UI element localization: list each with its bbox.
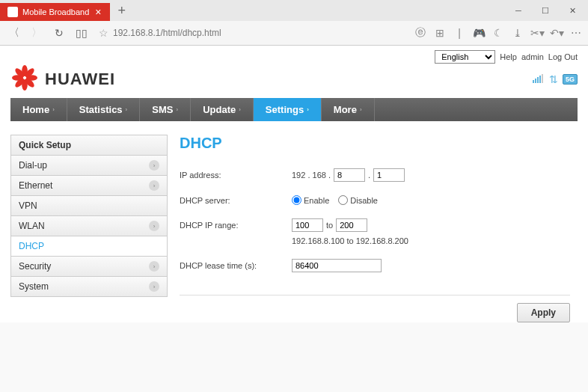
more-icon[interactable]: ⋯ [569, 25, 584, 40]
history-icon[interactable]: ↶▾ [549, 25, 564, 40]
maximize-button[interactable]: ☐ [533, 2, 558, 19]
sidebar-item-ethernet[interactable]: Ethernet› [10, 176, 168, 196]
sidebar-item-dialup[interactable]: Dial-up› [10, 156, 168, 176]
chevron-right-icon: › [149, 160, 159, 171]
ip-octet3-input[interactable] [334, 168, 365, 182]
reader-icon[interactable]: ▯▯ [72, 23, 91, 43]
ip-prefix: 192 . 168 . [292, 171, 331, 180]
url-text: 192.168.8.1/html/dhcp.html [113, 28, 221, 38]
language-select[interactable]: English [435, 50, 495, 64]
nav-update[interactable]: Update› [191, 98, 254, 121]
svg-rect-8 [533, 80, 534, 83]
apply-button[interactable]: Apply [517, 303, 570, 322]
lease-time-label: DHCP lease time (s): [180, 261, 292, 270]
gamepad-icon[interactable]: 🎮 [471, 25, 486, 40]
tab-favicon-icon [7, 7, 18, 17]
enable-radio[interactable]: Enable [292, 195, 329, 205]
new-tab-button[interactable]: + [110, 3, 133, 19]
close-window-button[interactable]: ✕ [560, 2, 585, 19]
nav-more[interactable]: More› [322, 98, 375, 121]
svg-rect-12 [542, 74, 543, 83]
ip-octet4-input[interactable] [373, 168, 405, 182]
tab-title: Mobile Broadband [22, 7, 89, 16]
back-button[interactable]: 〈 [4, 23, 24, 43]
dhcp-server-label: DHCP server: [180, 196, 292, 205]
data-transfer-icon: ⇅ [549, 73, 558, 85]
nav-sms[interactable]: SMS› [140, 98, 191, 121]
main-panel: DHCP IP address: 192 . 168 . . DHCP serv… [180, 135, 578, 322]
sidebar-item-dhcp[interactable]: DHCP [10, 236, 168, 257]
network-badge-icon: 5G [563, 74, 578, 85]
browser-nav-bar: 〈 〉 ↻ ▯▯ ☆ 192.168.8.1/html/dhcp.html ⓔ … [0, 21, 588, 45]
huawei-flower-icon [10, 65, 39, 94]
svg-rect-10 [537, 77, 539, 83]
lease-time-input[interactable] [292, 259, 382, 272]
range-start-input[interactable] [292, 218, 323, 232]
page-title: DHCP [180, 135, 570, 152]
forward-button[interactable]: 〉 [27, 23, 46, 43]
sidebar-item-security[interactable]: Security› [10, 257, 168, 277]
admin-link[interactable]: admin [521, 52, 544, 61]
chevron-right-icon: › [149, 180, 159, 191]
chevron-right-icon: › [149, 281, 159, 292]
sidebar-item-vpn[interactable]: VPN [10, 196, 168, 216]
browser-tab[interactable]: Mobile Broadband × [0, 3, 110, 21]
svg-rect-9 [535, 79, 536, 83]
svg-rect-11 [539, 76, 541, 83]
chevron-right-icon: › [149, 221, 159, 231]
separator [180, 295, 570, 295]
reload-button[interactable]: ↻ [49, 23, 69, 43]
disable-radio[interactable]: Disable [338, 195, 378, 205]
scissors-icon[interactable]: ✂▾ [530, 25, 545, 40]
sidebar-item-wlan[interactable]: WLAN› [10, 216, 168, 236]
sidebar-item-system[interactable]: System› [10, 277, 168, 297]
ip-address-label: IP address: [180, 171, 292, 180]
moon-icon[interactable]: ☾ [491, 25, 506, 40]
tab-close-icon[interactable]: × [94, 6, 102, 18]
chevron-right-icon: › [149, 261, 159, 272]
nav-home[interactable]: Home› [10, 98, 67, 121]
security-icon[interactable]: ⓔ [413, 25, 428, 40]
nav-statistics[interactable]: Statistics› [67, 98, 140, 121]
url-bar[interactable]: ☆ 192.168.8.1/html/dhcp.html [94, 27, 410, 39]
grid-icon[interactable]: ⊞ [432, 25, 447, 40]
range-end-input[interactable] [336, 218, 367, 232]
download-icon[interactable]: ⤓ [510, 25, 525, 40]
help-link[interactable]: Help [500, 52, 517, 61]
status-icons: ⇅ 5G [533, 73, 578, 86]
dhcp-range-label: DHCP IP range: [180, 221, 292, 230]
logout-link[interactable]: Log Out [548, 52, 578, 61]
brand-text: HUAWEI [45, 70, 115, 89]
nav-settings[interactable]: Settings› [254, 98, 322, 121]
range-hint-text: 192.168.8.100 to 192.168.8.200 [292, 236, 570, 245]
range-to-text: to [326, 221, 333, 230]
top-utility-bar: English Help admin Log Out [10, 50, 578, 65]
sidebar: Quick Setup Dial-up› Ethernet› VPN WLAN›… [10, 135, 168, 322]
main-nav: Home› Statistics› SMS› Update› Settings›… [10, 98, 578, 121]
sidebar-item-quick-setup[interactable]: Quick Setup [10, 135, 168, 156]
brand-logo: HUAWEI [10, 65, 115, 94]
minimize-button[interactable]: ─ [506, 2, 531, 19]
divider-icon: | [452, 25, 467, 40]
browser-tab-bar: Mobile Broadband × + ─ ☐ ✕ [0, 0, 588, 21]
signal-strength-icon [533, 73, 545, 86]
bookmark-star-icon[interactable]: ☆ [99, 27, 108, 39]
